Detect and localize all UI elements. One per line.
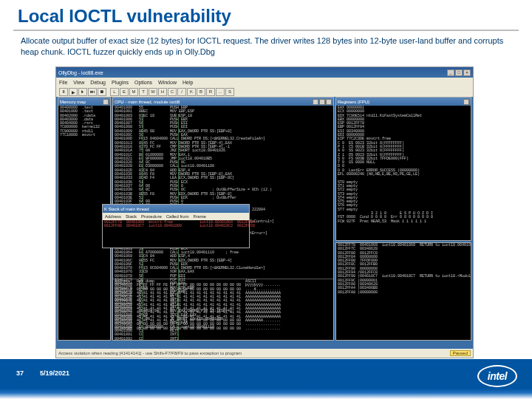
menu-view[interactable]: View <box>73 80 84 85</box>
slide: Local IOCTL vulnerability Allocate outpu… <box>0 0 532 399</box>
toolbar-mem-button[interactable]: M <box>129 88 138 96</box>
close-icon[interactable] <box>103 99 109 105</box>
toolbar-pause-icon[interactable]: ⏸ <box>59 88 68 96</box>
registers-pane: Registers (FPU) EAX 00000001 ECX 0000000… <box>335 97 471 241</box>
app-titlebar: OllyDbg - ioctl8.exe _ □ × <box>56 67 473 78</box>
mdi-area: Memory map 00400000 .text 00401000 .text… <box>58 97 471 347</box>
registers-body[interactable]: EAX 00000001 ECX 00000000 EDX 7C90E514 n… <box>336 106 471 240</box>
menu-options[interactable]: Options <box>134 80 152 85</box>
menu-help[interactable]: Help <box>183 80 193 85</box>
memory-map-text: 00400000 .text 00401000 .text 00402000 .… <box>60 106 109 137</box>
toolbar-breakpoints-button[interactable]: B <box>197 88 205 96</box>
memory-map-title: Memory map <box>60 100 86 104</box>
registers-text: EAX 00000001 ECX 00000000 EDX 7C90E514 n… <box>338 106 469 224</box>
registers-titlebar[interactable]: Registers (FPU) <box>336 98 471 106</box>
toolbar-log-button[interactable]: L <box>110 88 119 96</box>
callstack-header: Address Stack Procedure Called from Fram… <box>103 213 249 220</box>
intel-logo: intel <box>477 365 517 387</box>
status-paused: Paused <box>450 350 471 356</box>
toolbar-refs-button[interactable]: R <box>206 88 215 96</box>
stack-pane: 0012FF78 00401069 ioctl8.00401069 RETURN… <box>335 242 471 341</box>
hexdump-text: 00340608 FE FF FF FF FE FF FF FF 00 00 0… <box>115 284 332 331</box>
slide-date: 5/19/2021 <box>40 369 69 377</box>
toolbar-cpu-button[interactable]: C <box>168 88 177 96</box>
toolbar-run-icon[interactable]: ▶ <box>69 88 78 96</box>
stack-body[interactable]: 0012FF78 00401069 ioctl8.00401069 RETURN… <box>336 243 471 340</box>
footer-gloss <box>0 389 532 399</box>
toolbar-stop-icon[interactable]: ⏹ <box>98 88 106 96</box>
close-icon[interactable] <box>463 99 469 105</box>
slide-number: 37 <box>16 369 24 377</box>
toolbar-threads-button[interactable]: T <box>139 88 148 96</box>
toolbar-runtrace-button[interactable]: ... <box>216 88 225 96</box>
callstack-title: K Stack of main thread <box>104 207 149 211</box>
menu-plugins[interactable]: Plugins <box>112 80 129 85</box>
memory-map-titlebar[interactable]: Memory map <box>58 98 110 106</box>
callstack-titlebar[interactable]: K Stack of main thread <box>103 205 249 213</box>
close-button[interactable]: × <box>463 69 471 76</box>
menu-debug[interactable]: Debug <box>90 80 106 85</box>
stack-text: 0012FF78 00401069 ioctl8.00401069 RETURN… <box>338 244 469 295</box>
toolbar-windows-button[interactable]: W <box>149 88 157 96</box>
toolbar-stepinto-icon[interactable]: ⏵ <box>78 88 87 96</box>
minimize-button[interactable]: _ <box>447 69 454 76</box>
logo-text: intel <box>488 370 507 382</box>
callstack-text: 0012FF78 00401069 msvcrt.free ioctl8.004… <box>104 221 248 229</box>
slide-title: Local IOCTL vulnerability <box>0 0 532 27</box>
cpu-title: CPU - main thread, module ioctl8 <box>115 100 180 104</box>
callstack-body[interactable]: 0012FF78 00401069 msvcrt.free ioctl8.004… <box>103 220 249 230</box>
hexdump-body[interactable]: Address Hex dump ASCII 00340608 FE FF FF… <box>113 279 333 340</box>
registers-title: Registers (FPU) <box>338 100 369 104</box>
toolbar-stepover-icon[interactable]: ⏭ <box>88 88 97 96</box>
menu-window[interactable]: Window <box>158 80 177 85</box>
minimize-icon[interactable] <box>313 99 318 105</box>
statusbar: Access violation when reading [41414141]… <box>56 349 473 358</box>
menubar: File View Debug Plugins Options Window H… <box>56 78 473 86</box>
logo-oval: intel <box>477 365 517 387</box>
toolbar-handles-button[interactable]: H <box>158 88 167 96</box>
cpu-titlebar[interactable]: CPU - main thread, module ioctl8 <box>113 98 333 106</box>
slide-subtitle: Allocate output buffer of exact size (12… <box>0 31 532 58</box>
toolbar: ⏸ ▶ ⏵ ⏭ ⏹ L E M T W H C / K B R ... S <box>56 86 473 97</box>
menu-file[interactable]: File <box>59 80 67 85</box>
status-text: Access violation when reading [41414141]… <box>58 351 242 355</box>
toolbar-source-button[interactable]: S <box>225 88 234 96</box>
toolbar-patches-button[interactable]: / <box>177 88 186 96</box>
callstack-pane: K Stack of main thread Address Stack Pro… <box>102 204 250 248</box>
maximize-icon[interactable] <box>319 99 325 105</box>
ollydbg-window: OllyDbg - ioctl8.exe _ □ × File View Deb… <box>55 66 474 358</box>
toolbar-exe-button[interactable]: E <box>120 88 129 96</box>
close-icon[interactable] <box>326 99 332 105</box>
app-title: OllyDbg - ioctl8.exe <box>58 70 103 75</box>
toolbar-callstack-button[interactable]: K <box>187 88 196 96</box>
maximize-button[interactable]: □ <box>455 69 463 76</box>
